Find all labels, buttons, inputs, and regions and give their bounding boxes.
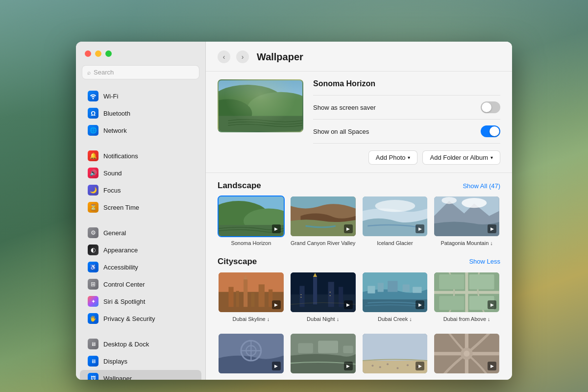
svg-rect-32 [329,295,330,296]
sidebar-item-sound[interactable]: 🔊 Sound [80,165,201,181]
thumb-sonoma: ▶ [218,196,285,237]
landscape-title: Landscape [218,181,261,191]
thumb-city1-wrap: ▶ [218,333,285,374]
screentime-icon: ⏳ [88,202,98,213]
sidebar-label-privacy: Privacy & Security [103,315,155,322]
sidebar-item-screentime[interactable]: ⏳ Screen Time [80,199,201,216]
forward-icon: › [242,53,244,61]
spaces-toggle[interactable] [481,125,500,137]
sidebar-item-general[interactable]: ⚙ General [80,224,201,241]
sidebar-item-wallpaper[interactable]: 🖼 Wallpaper [80,370,201,380]
notifications-icon: 🔔 [88,150,98,161]
sound-icon: 🔊 [88,168,98,178]
desktop-icon: 🖥 [88,339,98,349]
svg-point-56 [379,366,381,368]
back-icon: ‹ [223,53,225,61]
search-box[interactable]: ⌕ Search [82,65,199,79]
maximize-button[interactable] [105,50,112,57]
thumb-dubai-above-wrap: ▶ [433,271,500,313]
landscape-header: Landscape Show All (47) [218,181,500,191]
svg-rect-22 [251,293,254,307]
gallery-item-patagonia[interactable]: ▶ Patagonia Mountain ↓ [433,196,500,247]
sidebar-label-screentime: Screen Time [103,204,139,211]
gallery-item-city1[interactable]: ▶ [218,333,285,374]
play-badge-city1: ▶ [272,362,281,370]
screensaver-toggle[interactable] [481,101,500,113]
sidebar-item-notifications[interactable]: 🔔 Notifications [80,147,201,164]
minimize-button[interactable] [95,50,101,57]
sidebar-label-network: Network [103,127,127,134]
landscape-grid: ▶ Sonoma Horizon [218,196,500,247]
controlcenter-icon: ⊞ [88,279,98,290]
sidebar-item-desktop[interactable]: 🖥 Desktop & Dock [80,336,201,352]
sidebar-item-controlcenter[interactable]: ⊞ Control Center [80,276,201,293]
gallery-item-iceland[interactable]: ▶ Iceland Glacier [362,196,429,247]
thumb-iceland-wrap: ▶ [362,196,429,237]
sidebar-section-prefs: ⚙ General ◐ Appearance ♿ Accessibility ⊞ [76,224,205,327]
gallery-label-iceland: Iceland Glacier [377,240,413,246]
sidebar-item-wifi[interactable]: Wi-Fi [80,88,201,104]
add-photo-button[interactable]: Add Photo ▾ [368,150,418,165]
cityscape-grid: ▶ Dubai Skyline ↓ [218,271,500,323]
gallery-item-city3[interactable]: ▶ [362,333,429,374]
sidebar-item-accessibility[interactable]: ♿ Accessibility [80,259,201,275]
sidebar-item-siri[interactable]: ✦ Siri & Spotlight [80,293,201,310]
svg-point-2 [247,92,302,125]
sidebar-label-desktop: Desktop & Dock [103,341,149,348]
wallpaper-controls: Sonoma Horizon Show as screen saver Show… [313,79,500,165]
gallery-item-city4[interactable]: ▶ [433,333,500,374]
gallery-item-dubai-creek[interactable]: ▶ Dubai Creek ↓ [362,271,429,323]
sidebar-label-notifications: Notifications [103,152,138,160]
gallery-label-dubai-above: Dubai from Above ↓ [443,316,490,322]
svg-point-11 [375,200,415,212]
landscape-show-all[interactable]: Show All (47) [463,182,500,190]
cityscape-show-all[interactable]: Show Less [469,258,500,265]
sidebar-item-network[interactable]: 🌐 Network [80,122,201,139]
svg-point-3 [219,99,252,128]
svg-rect-51 [343,345,353,353]
svg-rect-53 [363,334,428,361]
main-content: ‹ › Wallpaper [206,42,512,380]
sidebar-label-appearance: Appearance [103,246,138,254]
back-button[interactable]: ‹ [218,50,230,63]
close-button[interactable] [85,50,91,57]
svg-rect-42 [469,274,494,290]
add-folder-button[interactable]: Add Folder or Album ▾ [422,150,500,165]
gallery-label-patagonia: Patagonia Mountain ↓ [441,240,492,246]
sidebar-item-privacy[interactable]: 🖐 Privacy & Security [80,310,201,327]
svg-rect-26 [299,286,304,307]
gallery-item-city2[interactable]: ▶ [290,333,357,374]
search-icon: ⌕ [87,69,91,76]
gallery-item-dubai-above[interactable]: ▶ Dubai from Above ↓ [433,271,500,323]
sidebar-item-appearance[interactable]: ◐ Appearance [80,242,201,258]
svg-rect-49 [298,343,313,353]
sidebar-label-wallpaper: Wallpaper [103,375,132,380]
wifi-icon [88,91,98,101]
add-photo-label: Add Photo [376,154,406,161]
svg-rect-50 [318,341,338,353]
gallery-item-grand-canyon[interactable]: ▶ Grand Canyon River Valley [290,196,357,247]
svg-rect-38 [402,284,409,292]
header: ‹ › Wallpaper [206,42,512,72]
sidebar-item-displays[interactable]: 🖥 Displays [80,353,201,369]
svg-point-63 [464,350,469,356]
svg-point-13 [462,198,487,208]
sidebar-item-bluetooth[interactable]: Ω Bluetooth [80,105,201,122]
add-folder-label: Add Folder or Album [430,154,488,161]
forward-button[interactable]: › [236,50,249,63]
svg-rect-35 [368,286,375,293]
gallery-item-sonoma[interactable]: ▶ Sonoma Horizon [218,196,285,247]
svg-rect-43 [439,296,464,310]
siri-icon: ✦ [88,296,98,307]
play-badge-iceland: ▶ [416,224,424,233]
gallery-item-dubai-night[interactable]: ▶ Dubai Night ↓ [290,271,357,323]
gallery-label-sonoma: Sonoma Horizon [231,240,271,246]
thumb-grand-canyon-wrap: ▶ [290,196,357,237]
more-grid: ▶ [218,333,500,374]
gallery-item-dubai-skyline[interactable]: ▶ Dubai Skyline ↓ [218,271,285,323]
sidebar-item-focus[interactable]: 🌙 Focus [80,182,201,198]
displays-icon: 🖥 [88,356,98,367]
gallery-container[interactable]: Landscape Show All (47) [206,173,512,380]
svg-point-1 [219,85,286,123]
svg-point-59 [406,364,408,366]
